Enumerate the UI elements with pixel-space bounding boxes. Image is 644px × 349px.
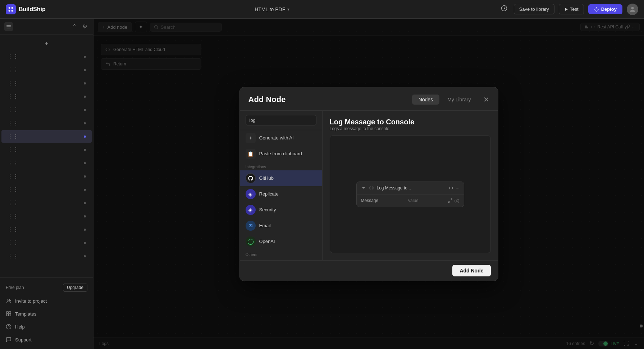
variable-icon[interactable]: (x) xyxy=(454,198,459,203)
invite-label: Invite to project xyxy=(15,298,47,304)
svg-rect-9 xyxy=(6,26,11,27)
generate-ai-label: Generate with AI xyxy=(259,135,294,141)
tab-my-library[interactable]: My Library xyxy=(441,95,477,105)
more-action-icon[interactable]: ··· xyxy=(456,185,459,190)
sidebar-item-2[interactable]: ⋮⋮ xyxy=(1,64,92,76)
sidebar-item-4[interactable]: ⋮⋮ xyxy=(1,90,92,103)
sidebar-menu-icon xyxy=(4,22,13,31)
preview-description: Logs a message to the console xyxy=(330,126,491,131)
project-title: HTML to PDF xyxy=(255,6,285,12)
preview-title: Log Message to Console xyxy=(330,118,491,126)
sidebar-item-16[interactable]: ⋮⋮ xyxy=(1,250,92,262)
svg-rect-10 xyxy=(6,28,11,28)
modal-search-input[interactable] xyxy=(246,115,316,125)
sidebar-item-help[interactable]: Help xyxy=(0,320,93,333)
node-field-label: Message xyxy=(361,198,379,203)
sidebar-item-11[interactable]: ⋮⋮ xyxy=(1,183,92,196)
github-label: GitHub xyxy=(259,175,274,181)
svg-rect-16 xyxy=(6,314,8,316)
node-field-value: Value xyxy=(408,198,419,203)
templates-label: Templates xyxy=(15,311,36,317)
modal-search-area xyxy=(240,111,322,130)
modal-header: Add Node Nodes My Library ✕ xyxy=(240,87,498,110)
main-layout: ⌃ ⚙ + ⋮⋮ ⋮⋮ ⋮⋮ ⋮⋮ ⋮⋮ ⋮⋮ ⋮⋮ ⋮⋮ ⋮⋮ ⋮⋮ ⋮⋮ ⋮… xyxy=(0,19,644,349)
sidebar-item-5[interactable]: ⋮⋮ xyxy=(1,104,92,116)
node-preview-area: Log Message to... ··· Message Value xyxy=(330,136,491,253)
upgrade-button[interactable]: Upgrade xyxy=(63,284,87,291)
sidebar-settings-button[interactable]: ⚙ xyxy=(81,22,89,31)
modal-tabs: Nodes My Library xyxy=(412,95,478,105)
sidebar-item-3[interactable]: ⋮⋮ xyxy=(1,77,92,89)
modal-item-email[interactable]: ✉ Email xyxy=(240,218,322,234)
modal-overlay[interactable]: Add Node Nodes My Library ✕ xyxy=(93,19,644,349)
svg-rect-8 xyxy=(6,25,11,26)
sidebar-item-templates[interactable]: Templates xyxy=(0,307,93,320)
sidebar-item-15[interactable]: ⋮⋮ xyxy=(1,237,92,249)
tab-nodes[interactable]: Nodes xyxy=(412,95,439,105)
add-workflow-button[interactable]: + xyxy=(3,39,90,48)
modal-item-security[interactable]: ◈ Security xyxy=(240,202,322,218)
support-label: Support xyxy=(15,337,32,343)
avatar[interactable] xyxy=(627,4,638,15)
paste-label: Paste from clipboard xyxy=(259,151,302,156)
save-to-library-button[interactable]: Save to library xyxy=(514,4,554,14)
deploy-label: Deploy xyxy=(601,6,617,12)
modal-item-paste-clipboard[interactable]: 📋 Paste from clipboard xyxy=(240,146,322,162)
sidebar-bottom: Free plan Upgrade Invite to project Temp… xyxy=(0,277,93,349)
paste-icon: 📋 xyxy=(246,149,256,159)
sidebar-item-support[interactable]: Support xyxy=(0,333,93,346)
security-icon: ◈ xyxy=(246,205,256,215)
sidebar-item-8[interactable]: ⋮⋮ xyxy=(1,143,92,156)
test-label: Test xyxy=(570,6,579,12)
modal-item-replicate[interactable]: ◈ Replicate xyxy=(240,186,322,202)
sidebar-item-1[interactable]: ⋮⋮ xyxy=(1,50,92,63)
email-label: Email xyxy=(259,223,271,228)
openai-icon: ◯ xyxy=(246,237,256,247)
modal-body: ✦ Generate with AI 📋 Paste from clipboar… xyxy=(240,110,498,260)
svg-line-25 xyxy=(448,201,450,202)
node-card-preview: Log Message to... ··· Message Value xyxy=(356,182,464,207)
sidebar-top-icons: ⌃ ⚙ xyxy=(70,22,89,31)
node-card-chevron xyxy=(361,185,366,190)
modal-left-panel: ✦ Generate with AI 📋 Paste from clipboar… xyxy=(240,111,323,260)
sidebar-item-13[interactable]: ⋮⋮ xyxy=(1,210,92,222)
sidebar-item-7-active[interactable]: ⋮⋮ xyxy=(1,130,92,143)
svg-point-1 xyxy=(12,7,13,9)
topbar-left: BuildShip xyxy=(6,4,46,14)
svg-point-6 xyxy=(596,9,597,10)
svg-line-24 xyxy=(451,198,452,200)
svg-rect-15 xyxy=(9,312,11,313)
svg-rect-17 xyxy=(9,314,11,316)
svg-point-11 xyxy=(8,299,9,301)
sidebar-item-9[interactable]: ⋮⋮ xyxy=(1,157,92,169)
project-title-area[interactable]: HTML to PDF ▾ xyxy=(255,6,289,12)
replicate-icon: ◈ xyxy=(246,189,256,199)
security-label: Security xyxy=(259,207,276,212)
logo-icon xyxy=(6,4,16,14)
history-button[interactable] xyxy=(499,3,510,15)
sidebar-item-invite[interactable]: Invite to project xyxy=(0,294,93,307)
canvas-area: + Add node ✦ Rest API Call ··· Generate … xyxy=(93,19,644,349)
sidebar-top: ⌃ ⚙ xyxy=(0,19,93,35)
modal-item-github[interactable]: GitHub xyxy=(240,170,322,186)
modal-close-button[interactable]: ✕ xyxy=(483,96,489,103)
test-button[interactable]: Test xyxy=(559,4,584,14)
modal-footer: Add Node xyxy=(240,260,498,281)
topbar: BuildShip HTML to PDF ▾ Save to library … xyxy=(0,0,644,19)
modal-item-generate-ai[interactable]: ✦ Generate with AI xyxy=(240,130,322,146)
generate-ai-icon: ✦ xyxy=(246,133,256,143)
node-card-actions: ··· xyxy=(448,185,459,190)
node-field-actions: (x) xyxy=(448,198,459,203)
sidebar-item-10[interactable]: ⋮⋮ xyxy=(1,170,92,183)
sidebar-item-12[interactable]: ⋮⋮ xyxy=(1,197,92,209)
node-card-code-icon xyxy=(369,185,374,190)
deploy-button[interactable]: Deploy xyxy=(588,4,622,14)
sidebar-item-14[interactable]: ⋮⋮ xyxy=(1,223,92,236)
sidebar-item-6[interactable]: ⋮⋮ xyxy=(1,117,92,129)
section-integrations: Integrations xyxy=(240,162,322,170)
sidebar-up-button[interactable]: ⌃ xyxy=(70,22,78,31)
add-node-modal-button[interactable]: Add Node xyxy=(452,265,490,276)
svg-point-2 xyxy=(9,10,10,12)
help-label: Help xyxy=(15,324,25,330)
modal-item-openai[interactable]: ◯ OpenAI xyxy=(240,234,322,249)
